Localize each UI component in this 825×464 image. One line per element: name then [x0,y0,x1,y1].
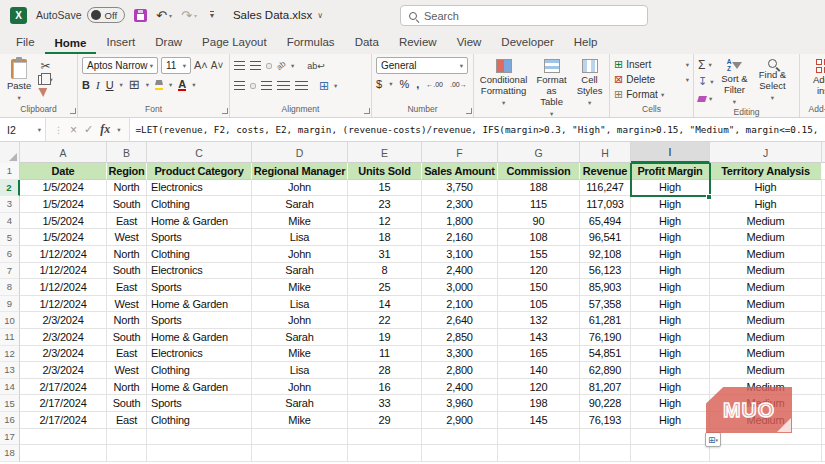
borders-button[interactable]: ⊞ [129,78,140,91]
cell-D2[interactable]: John [252,180,348,197]
cell-C12[interactable]: Electronics [147,346,252,363]
col-header-H[interactable]: H [580,142,631,163]
cell-F15[interactable]: 3,960 [422,395,498,412]
cell-C5[interactable]: Sports [147,229,252,246]
cell-A14[interactable]: 2/17/2024 [20,379,107,396]
cell-F4[interactable]: 1,800 [422,213,498,230]
row-header-5[interactable]: 5 [0,229,20,246]
col-header-F[interactable]: F [422,142,498,163]
font-color-button[interactable]: A [178,79,186,91]
paste-button[interactable]: Paste ▾ [4,57,34,103]
cell-H15[interactable]: 90,228 [580,395,631,412]
row-header-9[interactable]: 9 [0,296,20,313]
cell-A9[interactable]: 1/12/2024 [20,296,107,313]
cell-B14[interactable]: North [107,379,147,396]
cell-H7[interactable]: 56,123 [580,263,631,280]
row-header-2[interactable]: 2 [0,180,20,197]
cell-A3[interactable]: 1/5/2024 [20,196,107,213]
cell-F13[interactable]: 2,800 [422,362,498,379]
cell-J4[interactable]: Medium [710,213,822,230]
cell-D15[interactable]: Sarah [252,395,348,412]
cell-H10[interactable]: 61,281 [580,312,631,329]
cell-F5[interactable]: 2,160 [422,229,498,246]
autosave-toggle[interactable]: Off [87,7,126,23]
cell-E14[interactable]: 16 [348,379,422,396]
formula-bar-grip[interactable]: ⋮ [54,125,63,135]
cell-I17[interactable] [631,429,710,446]
cell-F11[interactable]: 2,850 [422,329,498,346]
cell-A16[interactable]: 2/17/2024 [20,412,107,429]
cell-G11[interactable]: 143 [498,329,580,346]
cell-C9[interactable]: Home & Garden [147,296,252,313]
row-header-14[interactable]: 14 [0,379,20,396]
cell-H4[interactable]: 65,494 [580,213,631,230]
cell-D18[interactable] [252,445,348,462]
wrap-text-button[interactable]: ab↩ [307,61,325,71]
cell-I2[interactable]: High [631,180,710,197]
cell-J7[interactable]: Medium [710,263,822,280]
cell-G13[interactable]: 140 [498,362,580,379]
cell-I1[interactable]: Profit Margin [631,163,710,180]
cancel-entry-icon[interactable]: × [70,123,77,137]
cell-J8[interactable]: Medium [710,279,822,296]
cell-I10[interactable]: High [631,312,710,329]
row-header-1[interactable]: 1 [0,163,20,180]
cell-A12[interactable]: 2/3/2024 [20,346,107,363]
cell-G15[interactable]: 198 [498,395,580,412]
cell-G6[interactable]: 155 [498,246,580,263]
cell-E1[interactable]: Units Sold [348,163,422,180]
formula-input[interactable]: =LET(revenue, F2, costs, E2, margin, (re… [130,118,825,141]
cell-G10[interactable]: 132 [498,312,580,329]
cell-G8[interactable]: 150 [498,279,580,296]
save-icon[interactable] [134,9,147,22]
cell-H18[interactable] [580,445,631,462]
cell-I13[interactable]: High [631,362,710,379]
align-right-button[interactable] [261,81,272,90]
cell-C16[interactable]: Clothing [147,412,252,429]
cell-H12[interactable]: 54,851 [580,346,631,363]
cell-B16[interactable]: East [107,412,147,429]
cell-A10[interactable]: 2/3/2024 [20,312,107,329]
align-middle-button[interactable] [250,61,261,70]
col-header-D[interactable]: D [252,142,348,163]
increase-decimal-button[interactable]: ←.00 [426,81,443,88]
cell-B15[interactable]: South [107,395,147,412]
merge-center-button[interactable]: ⊞ [319,80,329,92]
cell-E5[interactable]: 18 [348,229,422,246]
col-header-A[interactable]: A [20,142,107,163]
bold-button[interactable]: B [82,79,90,91]
col-header-J[interactable]: J [710,142,822,163]
document-title[interactable]: Sales Data.xlsx ∨ [233,9,323,21]
decrease-indent-button[interactable] [277,81,290,90]
cell-C6[interactable]: Clothing [147,246,252,263]
cell-H5[interactable]: 96,541 [580,229,631,246]
number-dialog-launcher[interactable] [466,108,472,114]
align-bottom-button[interactable] [266,63,272,69]
cell-D16[interactable]: Mike [252,412,348,429]
cell-E12[interactable]: 11 [348,346,422,363]
row-header-10[interactable]: 10 [0,312,20,329]
cell-B2[interactable]: North [107,180,147,197]
tab-review[interactable]: Review [389,32,447,54]
cell-C18[interactable] [147,445,252,462]
cell-J11[interactable]: Medium [710,329,822,346]
cell-C7[interactable]: Electronics [147,263,252,280]
cell-I18[interactable] [631,445,710,462]
cell-F1[interactable]: Sales Amount [422,163,498,180]
cell-B3[interactable]: South [107,196,147,213]
cell-D3[interactable]: Sarah [252,196,348,213]
cell-E18[interactable] [348,445,422,462]
undo-button[interactable]: ↶▾ [156,8,172,23]
cell-H8[interactable]: 85,903 [580,279,631,296]
percent-style-button[interactable]: % [399,78,409,90]
cell-D12[interactable]: Mike [252,346,348,363]
cell-F18[interactable] [422,445,498,462]
cell-D1[interactable]: Regional Manager [252,163,348,180]
cell-B13[interactable]: West [107,362,147,379]
align-top-button[interactable] [234,61,245,70]
excel-app-icon[interactable]: X [10,7,27,24]
cell-H6[interactable]: 92,108 [580,246,631,263]
find-select-button[interactable]: Find & Select ▾ [755,57,789,107]
row-header-12[interactable]: 12 [0,346,20,363]
cell-H16[interactable]: 76,193 [580,412,631,429]
